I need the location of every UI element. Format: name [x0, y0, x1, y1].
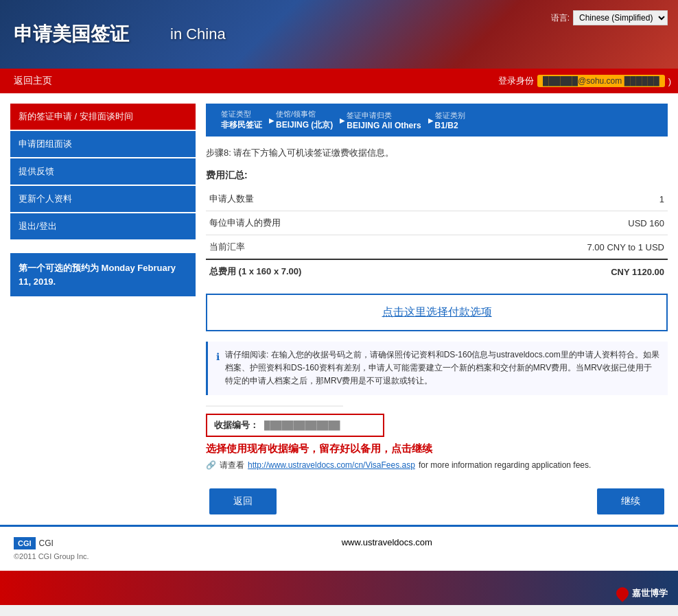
- breadcrumb: 签证类型 非移民签证 使馆/领事馆 BEIJING (北京) 签证申请归类 BE…: [206, 104, 668, 137]
- language-select[interactable]: Chinese (Simplified) English: [573, 10, 668, 25]
- navbar-right: 登录身份 ██████@sohu.com ██████ ): [498, 75, 671, 87]
- payment-link[interactable]: 点击这里选择付款选项: [382, 306, 492, 318]
- receipt-section: 收据编号： █████████████ 选择使用现有收据编号，留存好以备用，点击…: [206, 405, 668, 471]
- back-home-link[interactable]: 返回主页: [7, 69, 59, 93]
- sidebar-item-new-application[interactable]: 新的签证申请 / 安排面谈时间: [10, 104, 196, 130]
- step-instruction: 步骤8: 请在下方输入可机读签证缴费收据信息。: [206, 147, 668, 159]
- receipt-label: 收据编号：: [214, 419, 259, 431]
- fee-title: 费用汇总:: [206, 169, 668, 182]
- language-selector-container: 语言: Chinese (Simplified) English: [551, 10, 668, 25]
- breadcrumb-embassy: 使馆/领事馆 BEIJING (北京): [269, 109, 340, 131]
- receipt-input-row: 收据编号： █████████████: [206, 414, 384, 437]
- leaf-icon: [613, 584, 631, 602]
- visa-fees-link[interactable]: http://www.ustraveldocs.com/cn/VisaFees.…: [248, 460, 415, 470]
- watermark: 嘉世博学: [616, 587, 668, 600]
- footer-bottom: 嘉世博学: [0, 571, 678, 605]
- sidebar-item-group[interactable]: 申请团组面谈: [10, 131, 196, 157]
- info-box: ℹ 请仔细阅读: 在输入您的收据号码之前，请确保照传记资料和DS-160信息与u…: [206, 342, 668, 395]
- user-email: ██████@sohu.com ██████: [537, 75, 665, 87]
- table-row: 当前汇率 7.00 CNY to 1 USD: [206, 235, 668, 260]
- language-label: 语言:: [551, 12, 570, 24]
- info-icon: ℹ: [216, 349, 220, 388]
- cgi-logo: CGI CGI: [14, 537, 89, 549]
- login-label: 登录身份: [498, 75, 534, 87]
- footer: CGI CGI ©2011 CGI Group Inc. www.ustrave…: [0, 525, 678, 571]
- sidebar-item-profile[interactable]: 更新个人资料: [10, 186, 196, 212]
- cgi-label: CGI: [39, 538, 54, 548]
- header-title: 申请美国签证: [14, 21, 129, 47]
- content-area: 签证类型 非移民签证 使馆/领事馆 BEIJING (北京) 签证申请归类 BE…: [206, 104, 668, 514]
- fee-total-row: 总费用 (1 x 160 x 7.00) CNY 1120.00: [206, 259, 668, 283]
- watermark-text: 嘉世博学: [632, 587, 668, 600]
- receipt-value: █████████████: [264, 420, 340, 430]
- header: 申请美国签证 in China 语言: Chinese (Simplified)…: [0, 0, 678, 69]
- footer-website: www.ustraveldocs.com: [110, 537, 664, 547]
- info-link-prefix: 请查看: [220, 460, 244, 471]
- fee-row-value-2: USD 160: [456, 211, 668, 235]
- button-row: 返回 继续: [206, 488, 668, 514]
- receipt-hint: 选择使用现有收据编号，留存好以备用，点击继续: [206, 442, 668, 455]
- fee-row-value-3: 7.00 CNY to 1 USD: [456, 235, 668, 260]
- navbar-left: 返回主页: [7, 69, 59, 93]
- breadcrumb-visa-class: 签证类别 B1/B2: [428, 110, 472, 130]
- navbar: 返回主页 登录身份 ██████@sohu.com ██████ ): [0, 69, 678, 93]
- info-link-suffix: for more information regarding applicati…: [419, 460, 591, 470]
- main-container: 新的签证申请 / 安排面谈时间 申请团组面谈 提供反馈 更新个人资料 退出/登出…: [0, 93, 678, 525]
- sidebar-item-feedback[interactable]: 提供反馈: [10, 158, 196, 185]
- fee-row-label-1: 申请人数量: [206, 187, 456, 211]
- sidebar-item-logout[interactable]: 退出/登出: [10, 213, 196, 239]
- fee-table: 申请人数量 1 每位申请人的费用 USD 160 当前汇率 7.00 CNY t…: [206, 187, 668, 283]
- fee-row-label-3: 当前汇率: [206, 235, 456, 260]
- fee-total-value: CNY 1120.00: [456, 259, 668, 283]
- payment-box[interactable]: 点击这里选择付款选项: [206, 294, 668, 331]
- cgi-box: CGI: [14, 537, 36, 549]
- logout-paren: ): [668, 76, 671, 86]
- breadcrumb-visa-type: 签证类型 非移民签证: [214, 109, 269, 131]
- sidebar: 新的签证申请 / 安排面谈时间 申请团组面谈 提供反馈 更新个人资料 退出/登出…: [10, 104, 196, 514]
- fee-total-label: 总费用 (1 x 160 x 7.00): [206, 259, 456, 283]
- sidebar-notice: 第一个可选的预约为 Monday February 11, 2019.: [10, 253, 196, 296]
- fee-row-value-1: 1: [456, 187, 668, 211]
- header-subtitle: in China: [170, 25, 226, 43]
- table-row: 申请人数量 1: [206, 187, 668, 211]
- footer-left: CGI CGI ©2011 CGI Group Inc.: [14, 537, 89, 560]
- breadcrumb-category: 签证申请归类 BEIJING All Others: [340, 110, 428, 130]
- info-link-row: 🔗 请查看 http://www.ustraveldocs.com/cn/Vis…: [206, 460, 668, 471]
- back-button[interactable]: 返回: [209, 488, 277, 514]
- info-link-icon: 🔗: [206, 460, 216, 470]
- continue-button[interactable]: 继续: [597, 488, 664, 514]
- table-row: 每位申请人的费用 USD 160: [206, 211, 668, 235]
- info-text: 请仔细阅读: 在输入您的收据号码之前，请确保照传记资料和DS-160信息与ust…: [225, 348, 659, 388]
- footer-copyright: ©2011 CGI Group Inc.: [14, 552, 89, 560]
- fee-row-label-2: 每位申请人的费用: [206, 211, 456, 235]
